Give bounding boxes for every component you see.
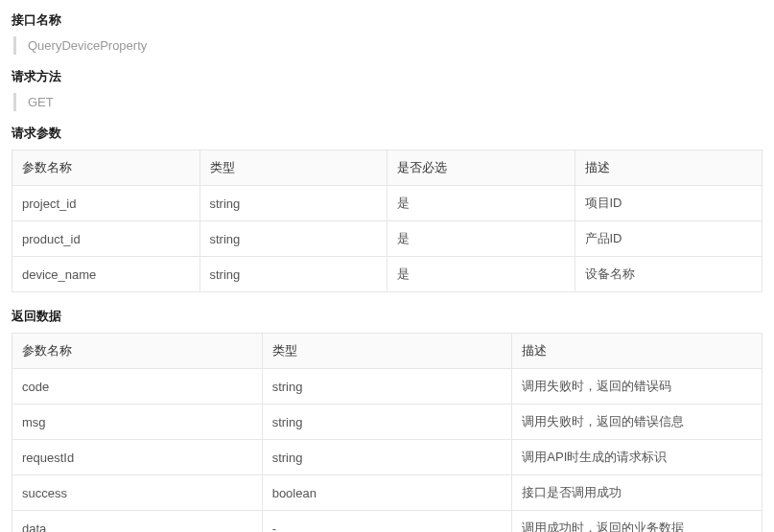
table-row: requestIdstring调用API时生成的请求标识 (12, 440, 762, 475)
method-label: 请求方法 (12, 68, 762, 85)
request-params-label: 请求参数 (12, 125, 762, 142)
cell-name: msg (12, 405, 263, 440)
method-value: GET (13, 93, 762, 111)
col-param-name: 参数名称 (12, 334, 263, 369)
table-row: successboolean接口是否调用成功 (12, 475, 762, 511)
cell-desc: 设备名称 (575, 257, 762, 292)
table-row: device_namestring是设备名称 (12, 257, 762, 292)
table-row: codestring调用失败时，返回的错误码 (12, 369, 762, 405)
col-desc: 描述 (575, 150, 762, 186)
cell-type: string (262, 440, 512, 475)
cell-type: string (262, 369, 512, 405)
col-type: 类型 (199, 150, 387, 186)
table-header-row: 参数名称 类型 是否必选 描述 (12, 150, 762, 186)
table-row: project_idstring是项目ID (12, 186, 762, 221)
response-data-table: 参数名称 类型 描述 codestring调用失败时，返回的错误码msgstri… (12, 333, 762, 532)
cell-type: string (199, 257, 387, 292)
cell-desc: 调用失败时，返回的错误信息 (512, 405, 762, 440)
request-params-table: 参数名称 类型 是否必选 描述 project_idstring是项目IDpro… (12, 150, 762, 292)
cell-required: 是 (387, 257, 575, 292)
cell-type: string (262, 405, 512, 440)
table-row: data-调用成功时，返回的业务数据 (12, 511, 762, 533)
col-required: 是否必选 (387, 150, 575, 186)
table-header-row: 参数名称 类型 描述 (12, 334, 762, 369)
table-row: msgstring调用失败时，返回的错误信息 (12, 405, 762, 440)
cell-required: 是 (387, 221, 575, 257)
cell-desc: 调用成功时，返回的业务数据 (512, 511, 762, 533)
table-row: product_idstring是产品ID (12, 221, 762, 257)
cell-name: device_name (12, 257, 200, 292)
api-name-value: QueryDeviceProperty (13, 36, 762, 55)
cell-desc: 接口是否调用成功 (512, 475, 762, 511)
cell-name: requestId (12, 440, 263, 475)
cell-desc: 调用API时生成的请求标识 (512, 440, 762, 475)
cell-required: 是 (387, 186, 575, 221)
response-data-label: 返回数据 (12, 308, 762, 325)
cell-desc: 项目ID (575, 186, 762, 221)
cell-type: boolean (262, 475, 512, 511)
col-desc: 描述 (512, 334, 762, 369)
cell-desc: 调用失败时，返回的错误码 (512, 369, 762, 405)
cell-name: success (12, 475, 263, 511)
col-param-name: 参数名称 (12, 150, 200, 186)
cell-name: data (12, 511, 263, 533)
api-name-label: 接口名称 (12, 12, 762, 29)
cell-desc: 产品ID (575, 221, 762, 257)
cell-name: project_id (12, 186, 200, 221)
cell-type: - (262, 511, 512, 533)
cell-type: string (199, 221, 387, 257)
cell-name: product_id (12, 221, 200, 257)
cell-name: code (12, 369, 263, 405)
cell-type: string (199, 186, 387, 221)
col-type: 类型 (262, 334, 512, 369)
